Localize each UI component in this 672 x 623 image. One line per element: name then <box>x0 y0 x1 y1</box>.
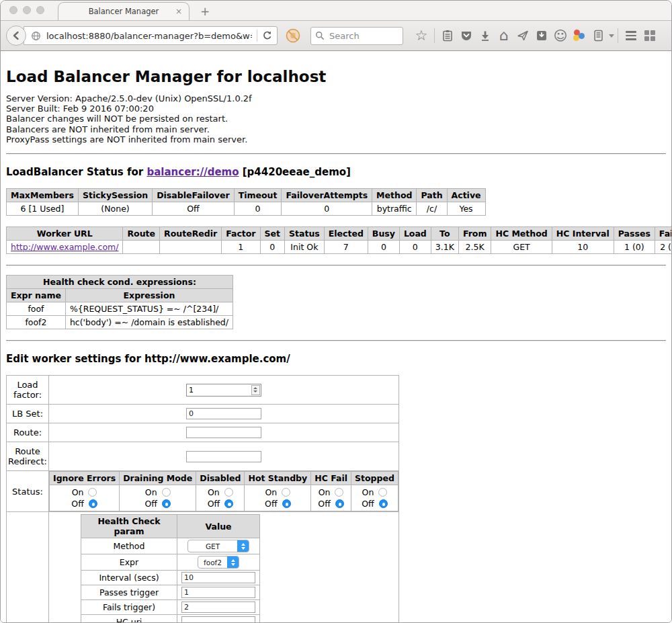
tab-close-icon[interactable]: × <box>175 7 182 16</box>
server-built-line: Server Built: Feb 9 2016 07:00:20 <box>6 103 666 114</box>
col-disablefailover: DisableFailover <box>153 189 234 202</box>
send-icon[interactable] <box>513 26 532 45</box>
hc-uri-input[interactable] <box>181 616 255 622</box>
worker-url-link[interactable]: http://www.example.com/ <box>11 242 118 252</box>
cell-status: Init Ok <box>285 241 325 254</box>
number-stepper-icon[interactable] <box>251 385 260 395</box>
reload-icon[interactable] <box>262 30 273 41</box>
form-row-lb-set: LB Set: <box>7 405 399 423</box>
cell-method: bytraffic <box>372 202 417 216</box>
chevron-down-icon[interactable] <box>609 34 614 38</box>
pocket-icon[interactable] <box>457 26 476 45</box>
chat-smiley-icon[interactable]: ☺ <box>551 26 570 45</box>
content-block-icon[interactable] <box>284 26 302 45</box>
radio-hot-standby-on[interactable] <box>282 488 290 497</box>
lb-set-input[interactable] <box>186 408 261 419</box>
archive-extension-icon[interactable] <box>589 26 607 45</box>
radio-ignore-errors-off[interactable] <box>89 499 97 508</box>
window-controls[interactable] <box>1 0 52 20</box>
tab-groups-grid-icon[interactable] <box>640 26 659 45</box>
radio-label-off: Off <box>208 499 220 509</box>
download-icon[interactable] <box>476 26 495 45</box>
load-factor-input[interactable] <box>187 386 251 394</box>
passes-input[interactable] <box>181 587 255 598</box>
window-close-button[interactable] <box>9 6 17 14</box>
hcparam-row-method: Method GET <box>81 538 260 554</box>
heading-suffix: [p4420eeae_demo] <box>239 166 351 178</box>
hcparam-row-interval: Interval (secs) <box>81 571 260 585</box>
cell-fails: 2 (0) <box>655 241 671 254</box>
back-button[interactable] <box>6 26 26 46</box>
cell-active: Yes <box>447 202 485 216</box>
col-fails: Fails <box>655 227 671 241</box>
radio-ignore-errors-on[interactable] <box>88 488 97 497</box>
urlbar-divider <box>257 30 257 42</box>
cell-expr-name: foof <box>7 302 66 316</box>
home-icon[interactable]: ⌂ <box>495 26 513 45</box>
edit-worker-heading: Edit worker settings for http://www.exam… <box>6 353 666 365</box>
radio-stopped-off[interactable] <box>379 499 388 508</box>
search-box[interactable] <box>310 27 403 45</box>
hcparam-row-expr: Expr foof2 <box>81 554 260 571</box>
col-status: Status <box>285 227 325 241</box>
expr-select[interactable]: foof2 <box>198 556 239 569</box>
radio-hc-fail-on[interactable] <box>335 488 343 497</box>
cell-from: 2.5K <box>458 241 491 254</box>
col-busy: Busy <box>368 227 399 241</box>
col-stopped: Stopped <box>351 472 398 485</box>
balancer-demo-link[interactable]: balancer://demo <box>146 166 239 178</box>
col-passes: Passes <box>614 227 655 241</box>
radio-disabled-off[interactable] <box>224 499 233 508</box>
worker-row: http://www.example.com/ 1 0 Init Ok 7 0 … <box>7 241 672 254</box>
window-minimize-button[interactable] <box>23 6 31 14</box>
table-row: 6 [1 Used] (None) Off 0 0 bytraffic /c/ … <box>7 202 486 216</box>
radio-hot-standby-off[interactable] <box>282 499 291 508</box>
bookmark-star-icon[interactable]: ☆ <box>412 26 431 45</box>
url-bar[interactable]: localhost:8880/balancer-manager?b=demo&w… <box>24 26 278 45</box>
col-disabled: Disabled <box>196 472 245 485</box>
radio-disabled-on[interactable] <box>224 488 233 497</box>
col-factor: Factor <box>222 227 260 241</box>
radio-label-off: Off <box>362 499 374 509</box>
interval-input[interactable] <box>181 572 255 583</box>
method-select[interactable]: GET <box>187 540 249 552</box>
route-redirect-label: Route Redirect: <box>7 442 49 471</box>
cell-failoverattempts: 0 <box>282 202 372 216</box>
route-redirect-input[interactable] <box>186 451 261 462</box>
radio-stopped-on[interactable] <box>378 488 387 497</box>
colored-dots-extension-icon[interactable] <box>570 26 589 45</box>
reading-list-icon[interactable] <box>438 26 457 45</box>
cell-worker-url: http://www.example.com/ <box>7 241 123 254</box>
radio-hc-fail-off[interactable] <box>335 499 344 508</box>
col-path: Path <box>417 189 447 202</box>
server-info: Server Version: Apache/2.5.0-dev (Unix) … <box>6 93 666 144</box>
cell-stickysession: (None) <box>78 202 152 216</box>
proxypass-notice-line: ProxyPass settings are NOT inherited fro… <box>6 134 666 144</box>
url-text[interactable]: localhost:8880/balancer-manager?b=demo&w… <box>46 31 252 41</box>
cell-set: 0 <box>260 241 284 254</box>
globe-icon <box>31 31 41 41</box>
cell-hc-interval: 10 <box>552 241 614 254</box>
form-row-route: Route: <box>7 423 399 442</box>
load-factor-field[interactable] <box>186 384 261 397</box>
col-hc-method: HC Method <box>491 227 552 241</box>
tab-balancer-manager[interactable]: Balancer Manager × <box>58 2 190 20</box>
col-ignore-errors: Ignore Errors <box>50 472 120 485</box>
extension-download-icon[interactable] <box>532 26 551 45</box>
method-selected-value: GET <box>188 542 237 550</box>
fails-label: Fails trigger) <box>81 600 177 615</box>
radio-draining-mode-on[interactable] <box>162 488 171 497</box>
col-expression: Expression <box>65 289 233 302</box>
health-check-expressions-table: Health check cond. expressions: Expr nam… <box>6 275 233 329</box>
browser-toolbar: localhost:8880/balancer-manager?b=demo&w… <box>1 21 671 51</box>
radio-label-off: Off <box>265 499 277 509</box>
radio-draining-mode-off[interactable] <box>162 499 171 508</box>
new-tab-button[interactable]: + <box>200 5 210 18</box>
menu-hamburger-icon[interactable] <box>622 26 640 45</box>
route-input[interactable] <box>186 427 261 438</box>
window-zoom-button[interactable] <box>36 6 44 14</box>
table-title-row: Health check cond. expressions: <box>7 276 233 289</box>
fails-input[interactable] <box>181 601 255 613</box>
search-input[interactable] <box>328 30 395 42</box>
cell-to: 3.1K <box>431 241 458 254</box>
